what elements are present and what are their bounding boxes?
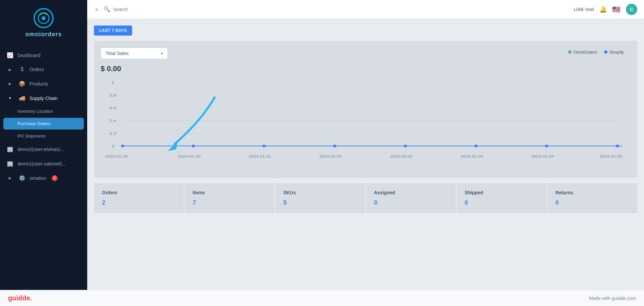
sidebar-navigation: 📈 Dashboard ▶ $ Orders ▶ 📦 Products ▼ 🚚 … (0, 45, 87, 290)
supply-chain-icon: 🚚 (19, 95, 25, 101)
svg-text:0: 0 (112, 144, 114, 149)
chart-legend: OmniOrders Shopify (568, 50, 624, 55)
sidebar-item-dashboard[interactable]: 📈 Dashboard (0, 48, 87, 62)
metric-select-wrapper: Total Sales (101, 48, 168, 59)
svg-text:1: 1 (112, 81, 114, 85)
footer: guidde. Made with guidde.com (0, 290, 644, 306)
sidebar-item-label: Products (30, 81, 48, 87)
stat-shipped: Shipped 0 (457, 183, 546, 213)
stat-skus: SKUs 5 (275, 183, 365, 213)
stat-items: Items 7 (184, 183, 274, 213)
sidebar-item-label: Dashboard (17, 53, 41, 58)
collapse-sidebar-button[interactable]: « (94, 5, 100, 14)
footer-logo: guidde. (8, 294, 32, 302)
sidebar-item-demo1[interactable]: 🏢 demo1(user:uabvoel)... (0, 156, 87, 171)
main-content: LAST 7 DAYS Total Sales OmniOrders (87, 19, 644, 290)
svg-text:0.6: 0.6 (109, 106, 116, 110)
warehouse-icon: 🏢 (7, 146, 13, 152)
svg-point-19 (262, 145, 266, 147)
svg-text:2024-02-05: 2024-02-05 (600, 155, 623, 158)
user-avatar[interactable]: C (626, 4, 637, 15)
sidebar-item-label: demo1(user:uabvoel)... (17, 161, 66, 166)
svg-text:2024-02-02: 2024-02-02 (390, 155, 412, 158)
svg-point-22 (474, 145, 478, 147)
sidebar-item-label: Inventory Location (17, 109, 53, 114)
svg-text:2024-01-31: 2024-01-31 (249, 155, 271, 158)
search-box: 🔍 (104, 6, 180, 12)
stat-items-value: 7 (193, 199, 266, 206)
sidebar-item-automation[interactable]: ▶ ⚙️ omation 2 (0, 171, 87, 185)
sidebar-item-label: PO Shipments (17, 134, 46, 139)
sidebar-item-label: demo2(user:elvinas)... (17, 147, 64, 152)
stat-orders-label: Orders (102, 190, 176, 195)
svg-point-23 (545, 145, 549, 147)
stat-orders: Orders 2 (94, 183, 184, 213)
chart-svg: 1 0.8 0.6 0.4 0.2 0 (101, 77, 631, 171)
warehouse2-icon: 🏢 (7, 160, 13, 167)
logo-area: omniorders (0, 0, 87, 45)
arrow-icon: ▶ (7, 68, 13, 71)
sidebar-item-label: Supply Chain (30, 96, 57, 101)
stat-shipped-value: 0 (465, 199, 538, 206)
topbar: « 🔍 UAB Voel 🔔 🇺🇸 C (87, 0, 644, 19)
dashboard-icon: 📈 (7, 52, 13, 58)
products-icon: 📦 (19, 81, 25, 87)
logo-icon (34, 8, 54, 28)
footer-text: Made with guidde.com (589, 296, 636, 301)
sidebar-item-po-shipments[interactable]: PO Shipments (0, 130, 87, 142)
date-filter-button[interactable]: LAST 7 DAYS (94, 26, 132, 36)
legend-omniorders-label: OmniOrders (574, 50, 597, 55)
arrow-down-icon: ▼ (7, 96, 13, 100)
arrow-icon: ▶ (7, 82, 13, 86)
shopify-legend-dot (604, 50, 607, 54)
legend-omniorders: OmniOrders (568, 50, 597, 55)
svg-point-24 (615, 145, 619, 147)
stat-skus-value: 5 (283, 199, 357, 206)
sidebar-item-label: omation (30, 175, 46, 181)
stat-orders-value: 2 (102, 199, 176, 206)
orders-icon: $ (19, 66, 25, 72)
svg-text:2024-02-01: 2024-02-01 (319, 155, 342, 158)
svg-point-2 (42, 16, 46, 20)
svg-text:2024-01-29: 2024-01-29 (105, 155, 127, 158)
metric-select[interactable]: Total Sales (101, 48, 168, 59)
chart-total-value: $ 0.00 (101, 64, 631, 73)
automation-icon: ⚙️ (19, 175, 25, 181)
search-input[interactable] (113, 7, 180, 12)
svg-point-20 (333, 145, 337, 147)
stat-skus-label: SKUs (283, 190, 357, 195)
stat-assigned-value: 0 (374, 199, 448, 206)
sidebar-item-inventory-location[interactable]: Inventory Location (0, 105, 87, 117)
sidebar-item-products[interactable]: ▶ 📦 Products (0, 76, 87, 91)
sidebar-item-supply-chain[interactable]: ▼ 🚚 Supply Chain (0, 91, 87, 105)
stat-assigned: Assigned 0 (366, 183, 456, 213)
legend-shopify: Shopify (604, 50, 624, 55)
svg-point-17 (121, 145, 125, 147)
language-flag-icon[interactable]: 🇺🇸 (612, 5, 621, 13)
logo-text: omniorders (25, 31, 62, 38)
sidebar: omniorders 📈 Dashboard ▶ $ Orders ▶ 📦 Pr… (0, 0, 87, 290)
sidebar-item-orders[interactable]: ▶ $ Orders (0, 62, 87, 76)
svg-point-21 (404, 145, 407, 147)
sidebar-item-label: Purchase Orders (17, 121, 50, 126)
svg-text:0.8: 0.8 (109, 93, 116, 98)
chart-section: Total Sales OmniOrders Shopify (94, 41, 637, 178)
stats-row: Orders 2 Items 7 SKUs 5 Assigned 0 Shipp… (94, 183, 637, 213)
topbar-right: UAB Voel 🔔 🇺🇸 C (574, 4, 637, 15)
sidebar-item-demo2[interactable]: 🏢 demo2(user:elvinas)... (0, 142, 87, 156)
stat-assigned-label: Assigned (374, 190, 448, 195)
stat-returns-label: Returns (555, 190, 629, 195)
automation-badge: 2 (52, 175, 58, 181)
stat-returns-value: 0 (555, 199, 629, 206)
svg-text:0.2: 0.2 (109, 132, 116, 136)
sidebar-item-label: Orders (30, 67, 44, 72)
notifications-bell-icon[interactable]: 🔔 (599, 6, 607, 13)
stat-shipped-label: Shipped (465, 190, 538, 195)
stat-items-label: Items (193, 190, 266, 195)
arrow-icon: ▶ (7, 176, 13, 180)
stat-returns: Returns 0 (547, 183, 637, 213)
svg-text:2024-02-03: 2024-02-03 (461, 155, 483, 158)
sidebar-item-purchase-orders[interactable]: Purchase Orders (3, 118, 84, 130)
chart-area: 1 0.8 0.6 0.4 0.2 0 (101, 77, 631, 171)
svg-text:2024-02-04: 2024-02-04 (531, 155, 554, 158)
